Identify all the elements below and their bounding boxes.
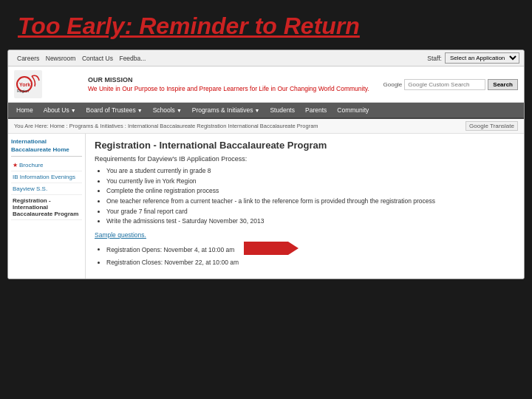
about-arrow-icon: ▼ bbox=[71, 108, 76, 113]
sidebar-bayview[interactable]: Bayview S.S. bbox=[11, 183, 82, 195]
mission-body: We Unite in Our Purpose to Inspire and P… bbox=[88, 85, 376, 94]
breadcrumb-text: You Are Here: Home : Programs & Initiati… bbox=[14, 123, 318, 129]
schools-arrow-icon: ▼ bbox=[177, 108, 182, 113]
req-4: One teacher reference from a current tea… bbox=[106, 197, 515, 207]
sidebar-brochure[interactable]: ★ Brochure bbox=[11, 160, 82, 171]
logo-area: York Region bbox=[14, 70, 81, 98]
breadcrumb: You Are Here: Home : Programs & Initiati… bbox=[8, 119, 524, 134]
nav-parents[interactable]: Parents bbox=[300, 103, 332, 117]
content-area: International Baccalaureate Home ★ Broch… bbox=[8, 134, 524, 279]
requirements-title: Requirements for Dayview's IB Applicatio… bbox=[95, 155, 515, 163]
translate-button[interactable]: Google Translate bbox=[466, 121, 518, 131]
mission-text-area: OUR MISSION We Unite in Our Purpose to I… bbox=[88, 75, 376, 93]
req-2: You currently live in York Region bbox=[106, 177, 515, 187]
newsroom-link[interactable]: Newsroom bbox=[46, 55, 76, 62]
arrow-indicator bbox=[241, 242, 288, 259]
site-nav: Home About Us ▼ Board of Trustees ▼ Scho… bbox=[8, 103, 524, 119]
nav-schools[interactable]: Schools ▼ bbox=[148, 103, 187, 117]
feedback-link[interactable]: Feedba... bbox=[119, 55, 146, 62]
sidebar: International Baccalaureate Home ★ Broch… bbox=[8, 134, 86, 279]
top-links: Careers Newsroom Contact Us Feedba... bbox=[13, 55, 146, 62]
requirements-list: You are a student currently in grade 8 Y… bbox=[95, 166, 515, 227]
staff-area: Staff: Select an Application bbox=[427, 52, 519, 64]
red-arrow-icon bbox=[244, 242, 288, 255]
search-area: Google Search bbox=[383, 79, 518, 90]
browser-frame: Careers Newsroom Contact Us Feedba... St… bbox=[7, 50, 525, 279]
sample-questions-link[interactable]: Sample questions. bbox=[95, 231, 515, 239]
main-content: Registration - International Baccalaurea… bbox=[86, 134, 524, 279]
reg-closes: Registration Closes: November 22, at 10:… bbox=[106, 258, 515, 268]
site-header: York Region OUR MISSION We Unite in Our … bbox=[8, 66, 524, 103]
york-region-logo: York Region bbox=[14, 70, 42, 98]
reg-opens: Registration Opens: November 4, at 10:00… bbox=[106, 242, 515, 259]
req-5: Your grade 7 final report card bbox=[106, 207, 515, 217]
svg-text:Region: Region bbox=[17, 89, 29, 93]
nav-students[interactable]: Students bbox=[265, 103, 300, 117]
nav-board[interactable]: Board of Trustees ▼ bbox=[81, 103, 148, 117]
reg-info-list: Registration Opens: November 4, at 10:00… bbox=[95, 242, 515, 268]
careers-link[interactable]: Careers bbox=[17, 55, 39, 62]
mission-title: OUR MISSION bbox=[88, 75, 376, 85]
site-topbar: Careers Newsroom Contact Us Feedba... St… bbox=[8, 50, 524, 66]
programs-arrow-icon: ▼ bbox=[254, 108, 259, 113]
board-arrow-icon: ▼ bbox=[137, 108, 143, 113]
title-bar: Too Early: Reminder to Return bbox=[0, 0, 532, 50]
registration-info: Registration Opens: November 4, at 10:00… bbox=[95, 242, 515, 268]
sidebar-registration[interactable]: Registration - International Baccalaurea… bbox=[11, 195, 82, 220]
nav-aboutus[interactable]: About Us ▼ bbox=[38, 103, 81, 117]
staff-dropdown[interactable]: Select an Application bbox=[445, 52, 519, 64]
staff-label: Staff: bbox=[427, 55, 442, 62]
sidebar-ib-evenings[interactable]: IB Information Evenings bbox=[11, 171, 82, 183]
req-1: You are a student currently in grade 8 bbox=[106, 166, 515, 177]
search-button[interactable]: Search bbox=[488, 79, 518, 90]
nav-home[interactable]: Home bbox=[11, 103, 38, 117]
contact-link[interactable]: Contact Us bbox=[82, 55, 113, 62]
req-6: Write the admissions test - Saturday Nov… bbox=[106, 216, 515, 227]
main-heading: Registration - International Baccalaurea… bbox=[95, 140, 515, 151]
nav-programs[interactable]: Programs & Initiatives ▼ bbox=[187, 103, 265, 117]
nav-community[interactable]: Community bbox=[332, 103, 374, 117]
search-input[interactable] bbox=[404, 79, 485, 90]
svg-text:York: York bbox=[19, 82, 30, 87]
req-3: Complete the online registration process bbox=[106, 186, 515, 197]
sidebar-title: International Baccalaureate Home bbox=[11, 138, 82, 157]
google-search-label: Google bbox=[383, 81, 403, 88]
page-title: Too Early: Reminder to Return bbox=[18, 13, 514, 39]
brochure-icon: ★ bbox=[13, 162, 18, 168]
